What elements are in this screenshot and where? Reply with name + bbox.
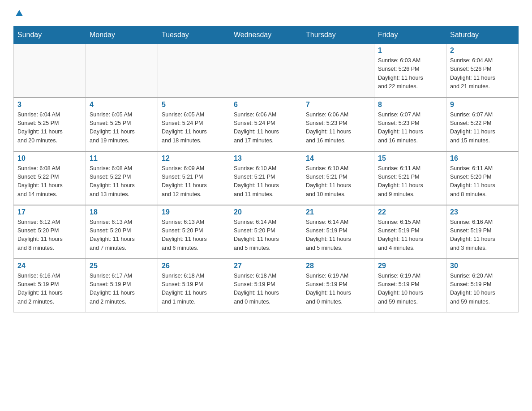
day-info: Sunrise: 6:19 AMSunset: 5:19 PMDaylight:… [306,272,370,307]
calendar-cell: 5Sunrise: 6:05 AMSunset: 5:24 PMDaylight… [158,98,230,151]
calendar-cell: 18Sunrise: 6:13 AMSunset: 5:20 PMDayligh… [86,205,158,259]
day-info: Sunrise: 6:19 AMSunset: 5:19 PMDaylight:… [378,272,442,307]
calendar-cell: 2Sunrise: 6:04 AMSunset: 5:26 PMDaylight… [446,44,519,98]
calendar-table: SundayMondayTuesdayWednesdayThursdayFrid… [13,26,519,313]
day-number: 17 [17,208,82,216]
calendar-cell: 8Sunrise: 6:07 AMSunset: 5:23 PMDaylight… [374,98,446,151]
calendar-cell: 30Sunrise: 6:20 AMSunset: 5:19 PMDayligh… [446,259,519,313]
day-info: Sunrise: 6:10 AMSunset: 5:21 PMDaylight:… [234,164,298,199]
day-info: Sunrise: 6:18 AMSunset: 5:19 PMDaylight:… [162,272,226,307]
calendar-week-row: 1Sunrise: 6:03 AMSunset: 5:26 PMDaylight… [14,44,519,98]
day-number: 23 [450,208,515,216]
calendar-week-row: 10Sunrise: 6:08 AMSunset: 5:22 PMDayligh… [14,151,519,205]
calendar-cell: 4Sunrise: 6:05 AMSunset: 5:25 PMDaylight… [86,98,158,151]
calendar-cell: 22Sunrise: 6:15 AMSunset: 5:19 PMDayligh… [374,205,446,259]
day-number: 9 [450,101,515,109]
calendar-cell: 20Sunrise: 6:14 AMSunset: 5:20 PMDayligh… [230,205,302,259]
day-number: 3 [17,101,82,109]
day-number: 27 [234,262,298,270]
calendar-cell: 10Sunrise: 6:08 AMSunset: 5:22 PMDayligh… [14,151,86,205]
svg-marker-0 [16,10,23,16]
calendar-cell: 15Sunrise: 6:11 AMSunset: 5:21 PMDayligh… [374,151,446,205]
day-number: 30 [450,262,515,270]
calendar-cell: 16Sunrise: 6:11 AMSunset: 5:20 PMDayligh… [446,151,519,205]
day-number: 2 [450,47,515,55]
day-number: 8 [378,101,442,109]
day-number: 5 [162,101,226,109]
day-info: Sunrise: 6:08 AMSunset: 5:22 PMDaylight:… [17,164,82,199]
calendar-cell: 24Sunrise: 6:16 AMSunset: 5:19 PMDayligh… [14,259,86,313]
calendar-cell: 21Sunrise: 6:14 AMSunset: 5:19 PMDayligh… [302,205,374,259]
logo [13,9,23,19]
calendar-cell: 28Sunrise: 6:19 AMSunset: 5:19 PMDayligh… [302,259,374,313]
day-number: 6 [234,101,298,109]
day-number: 22 [378,208,442,216]
calendar-cell: 9Sunrise: 6:07 AMSunset: 5:22 PMDaylight… [446,98,519,151]
day-info: Sunrise: 6:03 AMSunset: 5:26 PMDaylight:… [378,56,442,91]
day-info: Sunrise: 6:04 AMSunset: 5:25 PMDaylight:… [17,111,82,146]
calendar-week-row: 17Sunrise: 6:12 AMSunset: 5:20 PMDayligh… [14,205,519,259]
day-info: Sunrise: 6:08 AMSunset: 5:22 PMDaylight:… [90,164,154,199]
day-number: 20 [234,208,298,216]
calendar-cell: 23Sunrise: 6:16 AMSunset: 5:19 PMDayligh… [446,205,519,259]
day-info: Sunrise: 6:14 AMSunset: 5:20 PMDaylight:… [234,218,298,253]
day-info: Sunrise: 6:16 AMSunset: 5:19 PMDaylight:… [450,218,515,253]
day-number: 21 [306,208,370,216]
calendar-cell: 7Sunrise: 6:06 AMSunset: 5:23 PMDaylight… [302,98,374,151]
day-number: 12 [162,154,226,163]
calendar-cell: 1Sunrise: 6:03 AMSunset: 5:26 PMDaylight… [374,44,446,98]
day-number: 28 [306,262,370,270]
weekday-header-sunday: Sunday [14,26,86,44]
day-number: 25 [90,262,154,270]
calendar-week-row: 3Sunrise: 6:04 AMSunset: 5:25 PMDaylight… [14,98,519,151]
day-info: Sunrise: 6:06 AMSunset: 5:24 PMDaylight:… [234,111,298,146]
day-number: 7 [306,101,370,109]
day-info: Sunrise: 6:15 AMSunset: 5:19 PMDaylight:… [378,218,442,253]
weekday-header-monday: Monday [86,26,158,44]
day-number: 18 [90,208,154,216]
day-info: Sunrise: 6:13 AMSunset: 5:20 PMDaylight:… [90,218,154,253]
calendar-cell: 27Sunrise: 6:18 AMSunset: 5:19 PMDayligh… [230,259,302,313]
day-info: Sunrise: 6:07 AMSunset: 5:23 PMDaylight:… [378,111,442,146]
day-number: 11 [90,154,154,163]
weekday-header-tuesday: Tuesday [158,26,230,44]
calendar-cell: 17Sunrise: 6:12 AMSunset: 5:20 PMDayligh… [14,205,86,259]
day-info: Sunrise: 6:05 AMSunset: 5:25 PMDaylight:… [90,111,154,146]
day-info: Sunrise: 6:06 AMSunset: 5:23 PMDaylight:… [306,111,370,146]
day-info: Sunrise: 6:04 AMSunset: 5:26 PMDaylight:… [450,56,515,91]
weekday-header-friday: Friday [374,26,446,44]
calendar-cell [14,44,86,98]
day-number: 29 [378,262,442,270]
day-number: 10 [17,154,82,163]
calendar-cell [302,44,374,98]
calendar-cell: 6Sunrise: 6:06 AMSunset: 5:24 PMDaylight… [230,98,302,151]
day-info: Sunrise: 6:09 AMSunset: 5:21 PMDaylight:… [162,164,226,199]
weekday-header-row: SundayMondayTuesdayWednesdayThursdayFrid… [14,26,519,44]
day-info: Sunrise: 6:13 AMSunset: 5:20 PMDaylight:… [162,218,226,253]
day-number: 4 [90,101,154,109]
day-number: 14 [306,154,370,163]
calendar-cell: 12Sunrise: 6:09 AMSunset: 5:21 PMDayligh… [158,151,230,205]
day-info: Sunrise: 6:05 AMSunset: 5:24 PMDaylight:… [162,111,226,146]
calendar-cell: 13Sunrise: 6:10 AMSunset: 5:21 PMDayligh… [230,151,302,205]
day-number: 15 [378,154,442,163]
calendar-week-row: 24Sunrise: 6:16 AMSunset: 5:19 PMDayligh… [14,259,519,313]
logo-triangle-icon [15,9,23,19]
calendar-cell: 26Sunrise: 6:18 AMSunset: 5:19 PMDayligh… [158,259,230,313]
day-info: Sunrise: 6:11 AMSunset: 5:20 PMDaylight:… [450,164,515,199]
day-info: Sunrise: 6:18 AMSunset: 5:19 PMDaylight:… [234,272,298,307]
day-info: Sunrise: 6:14 AMSunset: 5:19 PMDaylight:… [306,218,370,253]
day-info: Sunrise: 6:17 AMSunset: 5:19 PMDaylight:… [90,272,154,307]
day-number: 24 [17,262,82,270]
day-info: Sunrise: 6:11 AMSunset: 5:21 PMDaylight:… [378,164,442,199]
day-number: 13 [234,154,298,163]
day-info: Sunrise: 6:07 AMSunset: 5:22 PMDaylight:… [450,111,515,146]
calendar-cell: 25Sunrise: 6:17 AMSunset: 5:19 PMDayligh… [86,259,158,313]
calendar-cell [230,44,302,98]
page-header [13,9,519,19]
weekday-header-saturday: Saturday [446,26,519,44]
day-info: Sunrise: 6:12 AMSunset: 5:20 PMDaylight:… [17,218,82,253]
day-info: Sunrise: 6:20 AMSunset: 5:19 PMDaylight:… [450,272,515,307]
calendar-cell [86,44,158,98]
calendar-cell: 11Sunrise: 6:08 AMSunset: 5:22 PMDayligh… [86,151,158,205]
